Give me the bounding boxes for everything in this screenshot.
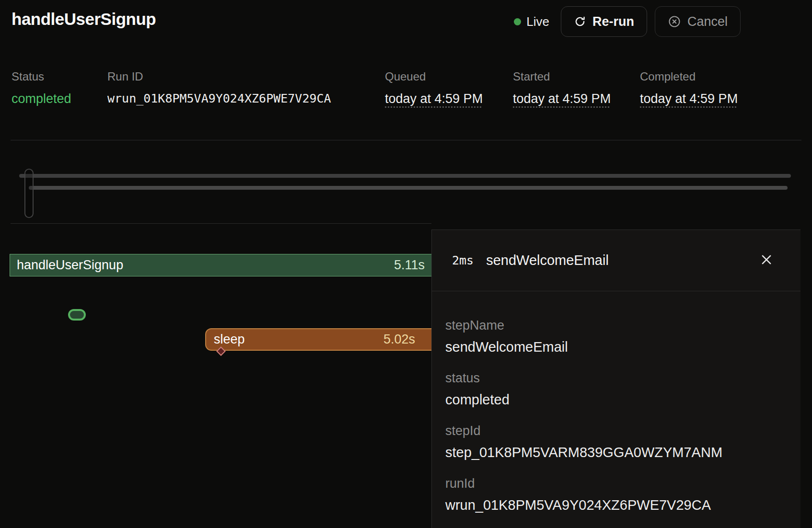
step-detail-panel: 2ms sendWelcomeEmail stepName sendWelcom… xyxy=(431,230,800,528)
timeline-minimap[interactable] xyxy=(0,158,812,220)
gantt-bar-sleep[interactable]: sleep 5.02s xyxy=(205,328,431,351)
live-label: Live xyxy=(526,14,549,29)
minimap-workflow-bar xyxy=(19,174,791,178)
step-title: sendWelcomeEmail xyxy=(486,253,609,268)
cancel-button[interactable]: Cancel xyxy=(655,6,741,37)
divider xyxy=(11,140,801,140)
gantt-bar-duration: 5.11s xyxy=(394,258,425,273)
minimap-sleep-bar xyxy=(29,186,788,190)
meta-status: Status completed xyxy=(12,70,71,106)
field-key: runId xyxy=(445,476,786,491)
rerun-button[interactable]: Re-run xyxy=(561,6,647,37)
live-indicator: Live xyxy=(514,14,549,29)
field-status: status completed xyxy=(445,371,786,408)
step-detail-body: stepName sendWelcomeEmail status complet… xyxy=(432,291,800,513)
gantt-bar-label: handleUserSignup xyxy=(17,258,123,273)
field-value: wrun_01K8PM5VA9Y024XZ6PWE7V29CA xyxy=(445,497,786,513)
field-value: sendWelcomeEmail xyxy=(445,339,786,355)
step-duration: 2ms xyxy=(452,253,474,267)
meta-completed: Completed today at 4:59 PM xyxy=(640,70,738,106)
cancel-circle-icon xyxy=(668,15,681,28)
meta-label: Queued xyxy=(385,70,483,83)
meta-label: Run ID xyxy=(107,70,331,83)
meta-label: Started xyxy=(513,70,611,83)
meta-label: Status xyxy=(12,70,71,83)
queued-value: today at 4:59 PM xyxy=(385,92,483,106)
header-controls: Live Re-run Cancel xyxy=(514,6,741,37)
live-dot-icon xyxy=(514,18,521,25)
field-value: step_01K8PM5VARM839GGA0WZYM7ANM xyxy=(445,445,786,460)
completed-value: today at 4:59 PM xyxy=(640,92,738,106)
page-title: handleUserSignup xyxy=(12,10,156,29)
close-icon xyxy=(759,253,774,268)
gantt-bar-duration: 5.02s xyxy=(383,332,415,347)
field-value: completed xyxy=(445,392,786,408)
meta-started: Started today at 4:59 PM xyxy=(513,70,611,106)
close-panel-button[interactable] xyxy=(757,252,776,270)
gantt-top-divider xyxy=(11,223,431,224)
field-stepid: stepId step_01K8PM5VARM839GGA0WZYM7ANM xyxy=(445,424,786,460)
field-key: stepName xyxy=(445,318,786,333)
started-value: today at 4:59 PM xyxy=(513,92,611,106)
gantt-bar-handleusersignup[interactable]: handleUserSignup 5.11s xyxy=(10,254,431,276)
refresh-icon xyxy=(574,15,586,28)
workflow-run-page: handleUserSignup Live Re-run Cancel xyxy=(0,0,812,528)
gantt-step-pill-sendwelcomeemail[interactable] xyxy=(68,309,86,321)
gantt-bar-label: sleep xyxy=(214,332,245,347)
field-runid: runId wrun_01K8PM5VA9Y024XZ6PWE7V29CA xyxy=(445,476,786,513)
meta-label: Completed xyxy=(640,70,738,83)
status-value: completed xyxy=(12,92,71,106)
field-stepname: stepName sendWelcomeEmail xyxy=(445,318,786,355)
rerun-label: Re-run xyxy=(592,14,634,29)
run-id-value: wrun_01K8PM5VA9Y024XZ6PWE7V29CA xyxy=(107,92,331,105)
field-key: status xyxy=(445,371,786,386)
step-detail-header: 2ms sendWelcomeEmail xyxy=(432,230,800,291)
field-key: stepId xyxy=(445,424,786,438)
meta-queued: Queued today at 4:59 PM xyxy=(385,70,483,106)
cancel-label: Cancel xyxy=(687,14,728,29)
meta-run-id: Run ID wrun_01K8PM5VA9Y024XZ6PWE7V29CA xyxy=(107,70,331,105)
minimap-viewport-handle[interactable] xyxy=(24,169,34,218)
